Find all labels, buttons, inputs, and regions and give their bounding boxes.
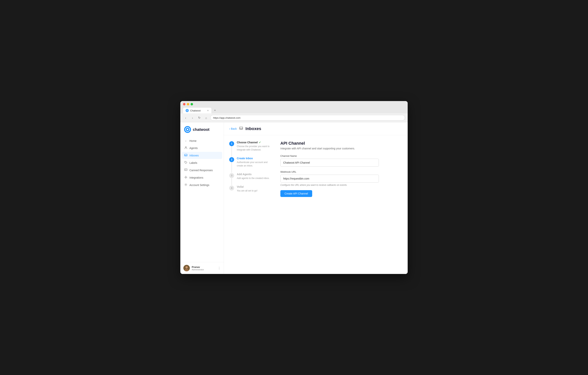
sidebar-item-label: Integrations	[189, 176, 203, 179]
webhook-url-input[interactable]	[280, 175, 379, 183]
check-icon: ✓	[259, 141, 261, 144]
page-header: ‹ Back Inboxes	[224, 122, 408, 135]
nav-refresh-btn[interactable]: ↻	[197, 115, 202, 120]
step-1-desc: Choose the provider you want to integrat…	[237, 145, 271, 152]
sidebar: chatwoot ‹ Home Agents Inboxes	[180, 122, 224, 274]
nav-home-btn[interactable]: ⌂	[203, 115, 209, 120]
step-4-desc: You are all set to go!	[237, 189, 271, 192]
agents-icon	[184, 146, 188, 150]
create-api-channel-btn[interactable]: Create API Channel	[280, 190, 312, 197]
sidebar-item-label: Account Settings	[189, 184, 209, 187]
sidebar-item-integrations[interactable]: Integrations	[182, 174, 222, 181]
step-3-content: Add Agents Add agents to the created inb…	[237, 173, 271, 185]
browser-toolbar: ‹ › ↻ ⌂	[180, 113, 408, 122]
channel-name-group: Channel Name	[280, 154, 379, 167]
user-role: Administrator	[192, 268, 216, 271]
webhook-url-group: Webhook URL Configure the URL where you …	[280, 170, 379, 186]
webhook-hint: Configure the URL where you want to reci…	[280, 184, 379, 186]
back-arrow: ‹	[229, 127, 230, 130]
sidebar-item-label: Canned Responses	[189, 169, 213, 172]
step-2-title: Create Inbox	[237, 157, 271, 160]
sidebar-footer: Pranav Administrator ⋮	[180, 262, 224, 274]
inboxes-icon	[184, 154, 188, 157]
main-content: ‹ Back Inboxes 1	[224, 122, 408, 274]
step-1-connector	[231, 146, 232, 157]
channel-name-input[interactable]	[280, 159, 379, 167]
svg-point-5	[185, 146, 186, 148]
logo-text: chatwoot	[193, 127, 210, 132]
tab-label: Chatwoot	[190, 109, 201, 112]
webhook-url-label: Webhook URL	[280, 170, 379, 173]
user-menu-btn[interactable]: ⋮	[218, 266, 221, 270]
channel-name-label: Channel Name	[280, 154, 379, 157]
step-2-connector	[231, 162, 232, 173]
tab-close-btn[interactable]: ✕	[207, 109, 209, 112]
account-settings-icon	[184, 183, 188, 187]
step-3-indicator: 3	[229, 173, 234, 178]
step-1-content: Choose Channel ✓ Choose the provider you…	[237, 141, 271, 157]
inboxes-header-icon	[239, 126, 243, 131]
step-1: 1 Choose Channel ✓ Choose the provider y…	[229, 141, 271, 157]
sidebar-item-label: Inboxes	[189, 154, 199, 157]
form-heading: API Channel	[280, 141, 379, 146]
traffic-light-yellow[interactable]	[187, 103, 189, 105]
logo-icon	[184, 126, 191, 133]
browser-tabs: Chatwoot ✕ +	[183, 107, 405, 113]
traffic-lights	[183, 103, 405, 105]
step-2-indicator: 2	[229, 157, 234, 162]
svg-point-9	[185, 177, 186, 178]
user-info: Pranav Administrator	[192, 266, 216, 271]
browser-tab-active[interactable]: Chatwoot ✕	[183, 108, 211, 113]
new-tab-btn[interactable]: +	[212, 107, 218, 113]
nav-forward-btn[interactable]: ›	[190, 115, 195, 120]
sidebar-item-label: Agents	[189, 146, 198, 150]
sidebar-item-labels[interactable]: Labels	[182, 159, 222, 166]
sidebar-item-home[interactable]: ‹ Home	[182, 137, 222, 144]
sidebar-item-agents[interactable]: Agents	[182, 144, 222, 152]
step-3: 3 Add Agents Add agents to the created i…	[229, 173, 271, 185]
traffic-light-red[interactable]	[183, 103, 185, 105]
step-4-content: Voila! You are all set to go!	[237, 185, 271, 198]
step-4: 4 Voila! You are all set to go!	[229, 185, 271, 198]
svg-point-4	[187, 129, 188, 130]
app-layout: chatwoot ‹ Home Agents Inboxes	[180, 122, 408, 274]
step-1-indicator: 1	[229, 141, 234, 146]
step-4-title: Voila!	[237, 185, 271, 188]
sidebar-item-label: Home	[189, 139, 196, 142]
svg-point-10	[185, 184, 186, 185]
sidebar-item-canned-responses[interactable]: Canned Responses	[182, 167, 222, 174]
back-label: Back	[231, 127, 237, 130]
tab-favicon	[186, 109, 189, 112]
svg-rect-8	[185, 169, 187, 171]
nav-back-btn[interactable]: ‹	[183, 115, 188, 120]
stepper: 1 Choose Channel ✓ Choose the provider y…	[229, 141, 271, 198]
page-title: Inboxes	[245, 126, 261, 131]
content-body: 1 Choose Channel ✓ Choose the provider y…	[224, 135, 408, 203]
browser-chrome: Chatwoot ✕ +	[180, 101, 408, 113]
labels-icon	[184, 161, 188, 165]
avatar	[183, 265, 190, 271]
sidebar-item-label: Labels	[189, 161, 197, 164]
form-subheading: Integrate with API channel and start sup…	[280, 147, 379, 150]
step-3-connector	[231, 178, 232, 185]
svg-rect-6	[185, 154, 187, 156]
browser-window: Chatwoot ✕ + ‹ › ↻ ⌂	[180, 101, 408, 274]
user-name: Pranav	[192, 266, 216, 268]
sidebar-item-inboxes[interactable]: Inboxes	[182, 152, 222, 159]
traffic-light-green[interactable]	[190, 103, 193, 105]
form-panel: API Channel Integrate with API channel a…	[280, 141, 379, 198]
svg-point-1	[187, 110, 188, 111]
step-2: 2 Create Inbox Authenticate your account…	[229, 157, 271, 173]
canned-responses-icon	[184, 168, 188, 172]
svg-point-7	[185, 162, 186, 162]
step-3-title: Add Agents	[237, 173, 271, 176]
step-2-content: Create Inbox Authenticate your account a…	[237, 157, 271, 173]
address-bar[interactable]	[210, 115, 405, 121]
sidebar-logo: chatwoot	[180, 126, 224, 137]
back-link[interactable]: ‹ Back	[229, 127, 237, 130]
step-4-indicator: 4	[229, 186, 234, 190]
step-1-title: Choose Channel ✓	[237, 141, 271, 144]
step-3-desc: Add agents to the created inbox.	[237, 176, 271, 180]
sidebar-item-account-settings[interactable]: Account Settings	[182, 181, 222, 188]
step-2-desc: Authenticate your account and create an …	[237, 161, 271, 167]
